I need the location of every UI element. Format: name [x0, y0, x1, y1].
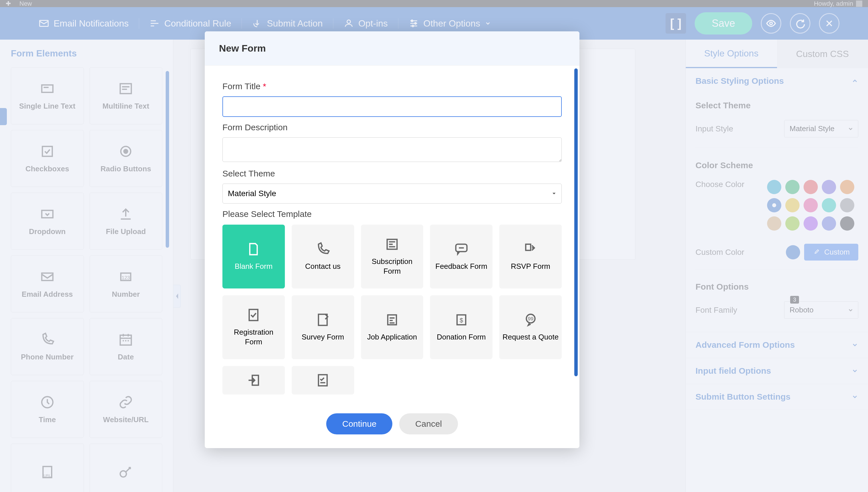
quote-icon: 99 — [523, 313, 538, 327]
select-value: Material Style — [228, 189, 276, 198]
rsvp-icon — [523, 242, 538, 256]
template-contact-us[interactable]: Contact us — [292, 225, 354, 289]
template-grid: Blank Form Contact us Subscription Form … — [222, 225, 562, 394]
chat-icon — [454, 242, 469, 256]
template-label: RSVP Form — [508, 262, 553, 271]
select-theme-label: Select Theme — [222, 169, 562, 178]
svg-rect-22 — [526, 244, 530, 250]
modal-title: New Form — [205, 31, 579, 66]
template-label: Feedback Form — [433, 262, 490, 271]
select-theme-dropdown[interactable]: Material Style — [222, 183, 562, 203]
checklist-icon — [315, 373, 330, 388]
template-label: Blank Form — [232, 262, 275, 271]
caret-down-icon — [552, 191, 556, 196]
money-icon: $ — [454, 313, 469, 327]
modal-scrollbar[interactable] — [574, 68, 578, 402]
form-title-label: Form Title * — [222, 81, 562, 91]
template-survey[interactable]: Survey Form — [292, 295, 354, 359]
survey-icon — [315, 313, 330, 327]
template-feedback[interactable]: Feedback Form — [430, 225, 492, 289]
new-form-modal: New Form Form Title * Form Description S… — [205, 31, 579, 448]
blank-icon — [246, 242, 261, 256]
template-label: Subscription Form — [361, 257, 424, 276]
template-rsvp[interactable]: RSVP Form — [499, 225, 562, 289]
application-icon — [385, 313, 400, 327]
svg-text:99: 99 — [528, 316, 533, 322]
template-job-application[interactable]: Job Application — [361, 295, 424, 359]
select-template-label: Please Select Template — [222, 209, 562, 219]
template-blank-form[interactable]: Blank Form — [222, 225, 285, 289]
svg-text:$: $ — [460, 317, 463, 324]
template-extra-1[interactable] — [222, 366, 285, 394]
register-icon — [246, 308, 261, 322]
login-icon — [246, 373, 261, 388]
template-subscription[interactable]: Subscription Form — [361, 225, 424, 289]
template-label: Survey Form — [299, 333, 347, 342]
continue-button[interactable]: Continue — [326, 413, 392, 435]
form-desc-textarea[interactable] — [222, 138, 562, 162]
template-donation[interactable]: $Donation Form — [430, 295, 492, 359]
template-extra-2[interactable] — [292, 366, 354, 394]
template-label: Request a Quote — [500, 333, 561, 342]
svg-rect-23 — [249, 310, 258, 321]
news-icon — [385, 237, 400, 252]
form-desc-label: Form Description — [222, 123, 562, 132]
svg-rect-24 — [318, 314, 327, 325]
template-request-quote[interactable]: 99Request a Quote — [499, 295, 562, 359]
template-label: Donation Form — [434, 333, 489, 342]
cancel-button[interactable]: Cancel — [399, 413, 458, 435]
phone-icon — [315, 242, 330, 256]
template-label: Job Application — [364, 333, 420, 342]
template-registration[interactable]: Registration Form — [222, 295, 285, 359]
template-label: Registration Form — [222, 327, 285, 347]
svg-rect-31 — [318, 375, 327, 386]
form-title-input[interactable] — [222, 96, 562, 117]
template-label: Contact us — [302, 262, 343, 271]
